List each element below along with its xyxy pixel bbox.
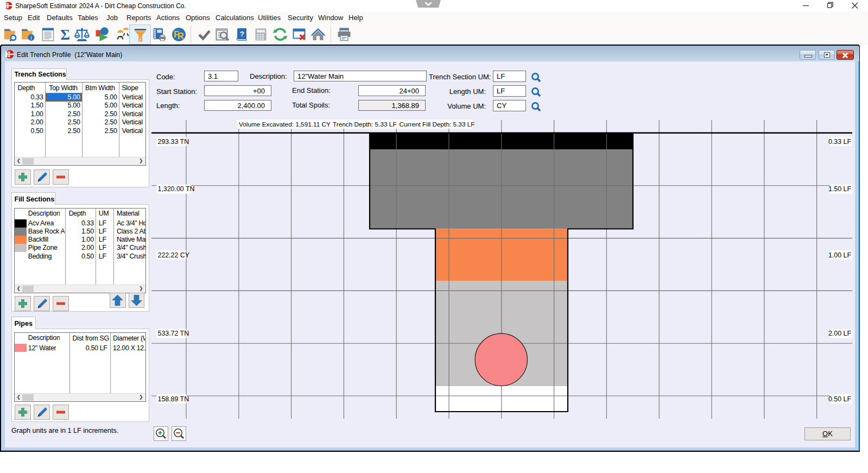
- svg-text:Current Fill Depth: 5.33 LF: Current Fill Depth: 5.33 LF: [400, 121, 475, 128]
- svg-text:1.50 LF: 1.50 LF: [828, 185, 851, 193]
- svg-text:Trench Depth: 5.33 LF: Trench Depth: 5.33 LF: [333, 121, 397, 128]
- svg-text:Volume Excavated: 1,591.11 CY: Volume Excavated: 1,591.11 CY: [239, 121, 331, 128]
- svg-text:2.00 LF: 2.00 LF: [828, 330, 851, 337]
- svg-text:158.89 TN: 158.89 TN: [158, 395, 189, 403]
- svg-text:0.50 LF: 0.50 LF: [828, 395, 851, 403]
- svg-text:1,320.00 TN: 1,320.00 TN: [158, 185, 195, 193]
- svg-text:533.72 TN: 533.72 TN: [158, 330, 189, 337]
- svg-text:222.22 CY: 222.22 CY: [158, 251, 190, 259]
- svg-text:293.33 TN: 293.33 TN: [158, 138, 189, 146]
- svg-text:1.00 LF: 1.00 LF: [828, 251, 851, 259]
- svg-text:0.33 LF: 0.33 LF: [828, 138, 851, 146]
